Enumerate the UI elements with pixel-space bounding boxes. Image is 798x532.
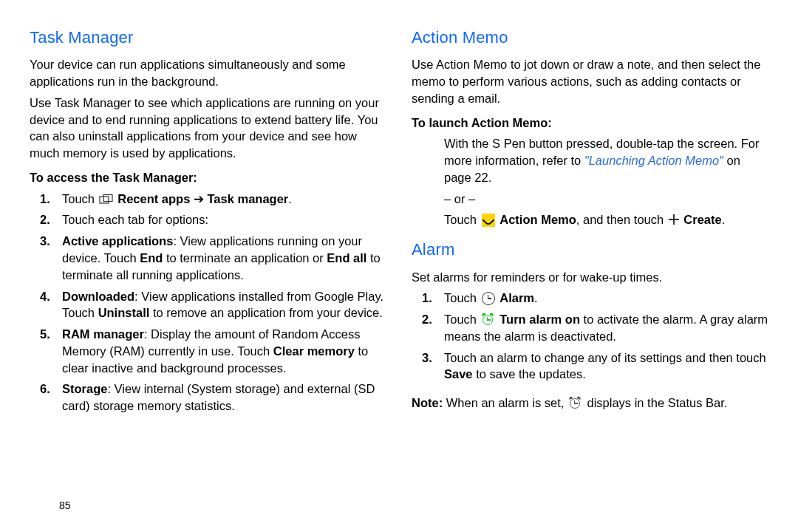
text: : View internal (System storage) and ext… xyxy=(62,382,375,412)
left-column: Task Manager Your device can run applica… xyxy=(30,27,407,532)
text: . xyxy=(288,192,292,205)
list-item: 1. Touch Recent apps ➔ Task manager. xyxy=(30,191,386,208)
heading-task-manager: Task Manager xyxy=(30,27,386,49)
text: Touch xyxy=(444,313,477,326)
action-memo-icon xyxy=(482,214,495,227)
bold-text: Create xyxy=(683,213,721,226)
list-number: 2. xyxy=(422,311,432,328)
indented-block: Touch Action Memo, and then touch Create… xyxy=(412,211,768,228)
indented-block: With the S Pen button pressed, double-ta… xyxy=(412,135,768,185)
or-separator: – or – xyxy=(412,191,768,208)
note-line: Note: When an alarm is set, displays in … xyxy=(412,395,768,412)
list-item: 4. Downloaded: View applications install… xyxy=(30,288,386,322)
list-item: 6. Storage: View internal (System storag… xyxy=(30,381,386,415)
bold-text: End all xyxy=(327,251,366,265)
text: Touch xyxy=(62,192,95,205)
paragraph: Your device can run applications simulta… xyxy=(30,56,386,90)
text: Touch xyxy=(444,213,477,226)
bold-text: Active applications xyxy=(62,234,173,248)
page-number: 85 xyxy=(59,499,71,513)
list-number: 3. xyxy=(422,349,432,366)
bold-text: Clear memory xyxy=(273,344,355,358)
list-item: 5. RAM manager: Display the amount of Ra… xyxy=(30,326,386,376)
clock-icon xyxy=(482,292,495,305)
plus-icon xyxy=(668,214,680,225)
ordered-list: 1. Touch Recent apps ➔ Task manager. 2. … xyxy=(30,191,386,415)
text: Touch an alarm to change any of its sett… xyxy=(444,351,766,364)
bold-text: Uninstall xyxy=(98,306,150,319)
paragraph: Set alarms for reminders or for wake-up … xyxy=(412,269,768,286)
list-item: 1. Touch Alarm. xyxy=(412,290,768,307)
subheading-access-task-manager: To access the Task Manager: xyxy=(30,169,386,186)
text: Touch xyxy=(444,291,477,304)
list-number: 6. xyxy=(40,381,50,398)
paragraph: Use Task Manager to see which applicatio… xyxy=(30,95,386,162)
bold-text: Note: xyxy=(412,396,443,409)
text: . xyxy=(534,291,538,304)
paragraph: Use Action Memo to jot down or draw a no… xyxy=(412,56,768,106)
reference-text: "Launching Action Memo" xyxy=(584,154,723,167)
list-item: 2. Touch Turn alarm on to activate the a… xyxy=(412,311,768,345)
bold-text: Save xyxy=(444,367,473,381)
recent-apps-icon xyxy=(99,192,114,202)
list-item: 3. Active applications: View application… xyxy=(30,233,386,283)
list-item: 2. Touch each tab for options: xyxy=(30,211,386,228)
list-number: 5. xyxy=(40,326,50,343)
list-item: 3. Touch an alarm to change any of its s… xyxy=(412,349,768,383)
text: . xyxy=(722,213,726,226)
bold-text: End xyxy=(140,251,163,265)
bold-text: Alarm xyxy=(499,291,534,304)
list-number: 1. xyxy=(40,191,50,208)
text: Touch each tab for options: xyxy=(62,213,208,226)
bold-text: RAM manager xyxy=(62,327,144,341)
text: When an alarm is set, xyxy=(443,396,567,409)
heading-action-memo: Action Memo xyxy=(412,27,768,49)
list-number: 1. xyxy=(422,290,432,307)
text: displays in the Status Bar. xyxy=(587,396,728,409)
bold-text: Recent apps xyxy=(117,192,190,205)
text: , and then touch xyxy=(576,213,664,226)
bold-text: Action Memo xyxy=(499,213,576,226)
text: to save the updates. xyxy=(473,367,586,381)
svg-rect-1 xyxy=(103,194,112,201)
alarm-on-icon xyxy=(482,313,495,327)
text: ➔ xyxy=(190,192,207,205)
text: to remove an application from your devic… xyxy=(149,306,383,319)
bold-text: Task manager xyxy=(208,192,289,205)
bold-text: Storage xyxy=(62,382,107,395)
right-column: Action Memo Use Action Memo to jot down … xyxy=(407,27,768,532)
list-number: 3. xyxy=(40,233,50,250)
text: to terminate an application or xyxy=(163,251,327,265)
bold-text: Turn alarm on xyxy=(499,313,580,326)
bold-text: Downloaded xyxy=(62,290,134,303)
alarm-set-icon xyxy=(569,397,582,410)
list-number: 2. xyxy=(40,211,50,228)
manual-page: Task Manager Your device can run applica… xyxy=(0,0,798,532)
svg-rect-0 xyxy=(100,197,109,203)
list-number: 4. xyxy=(40,288,50,305)
ordered-list: 1. Touch Alarm. 2. Touch Turn alarm on t… xyxy=(412,290,768,383)
heading-alarm: Alarm xyxy=(412,239,768,261)
subheading-launch-action-memo: To launch Action Memo: xyxy=(412,115,768,132)
